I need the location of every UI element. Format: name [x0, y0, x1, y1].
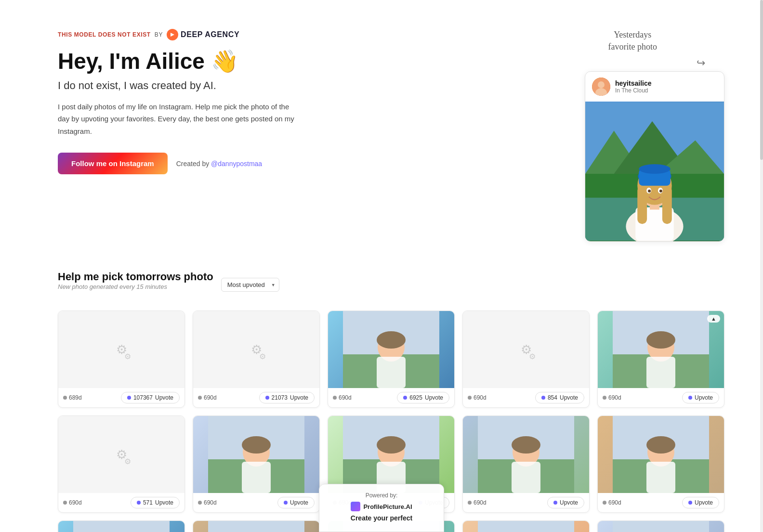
photo-card: ⚙ ⚙ 689d 107367 Upvote — [58, 311, 185, 408]
photo-card: 690d Upvote — [193, 520, 320, 532]
upvote-count: 854 — [548, 394, 557, 401]
follow-instagram-button[interactable]: Follow me on Instagram — [58, 153, 168, 174]
time-badge: 690d — [198, 394, 217, 401]
upvote-dot — [688, 501, 692, 505]
upvote-button[interactable]: 107367 Upvote — [121, 392, 180, 403]
photo-card: ⚙ ⚙ 690d 571 Upvote — [58, 415, 185, 513]
time-badge: 690d — [603, 499, 621, 506]
upvote-dot — [553, 501, 557, 505]
upvote-dot — [284, 501, 288, 505]
card-image-svg — [463, 521, 589, 532]
card-image-svg — [193, 521, 319, 532]
does-not-exist-label: THIS MODEL DOES NOT EXIST — [58, 31, 151, 38]
svg-point-22 — [648, 190, 651, 193]
svg-point-47 — [512, 436, 540, 454]
sort-dropdown[interactable]: Most upvoted Newest Oldest — [221, 278, 279, 292]
creator-handle-link[interactable]: @dannypostmaa — [211, 160, 262, 168]
svg-point-23 — [659, 190, 662, 193]
card-image: ⚙ ⚙ — [193, 311, 319, 388]
svg-rect-48 — [512, 462, 540, 493]
gallery-subtitle: New photo generated every 15 minutes — [58, 283, 213, 290]
upvote-count: 6925 — [409, 394, 422, 401]
profile-username: heyitsailice — [615, 79, 652, 87]
upvote-button[interactable]: 21073 Upvote — [259, 392, 315, 403]
photo-card: 690d Upvote — [58, 520, 185, 532]
top-badge: ▲ — [707, 315, 720, 323]
scroll-thumb[interactable] — [760, 0, 763, 160]
svg-point-32 — [646, 331, 675, 349]
by-label: by — [155, 31, 163, 38]
card-footer: 690d Upvote — [598, 388, 724, 407]
upvote-label: Upvote — [290, 394, 308, 401]
card-footer: 690d 21073 Upvote — [193, 388, 319, 407]
powered-by-banner: Powered by: ProfilePicture.AI Create you… — [319, 484, 444, 532]
upvote-button[interactable]: Upvote — [277, 497, 315, 508]
time-badge: 690d — [603, 394, 621, 401]
hero-actions: Follow me on Instagram Created by @danny… — [58, 153, 299, 174]
svg-rect-28 — [377, 357, 406, 388]
card-footer: 690d 6925 Upvote — [328, 388, 454, 407]
svg-rect-74 — [613, 521, 709, 532]
card-image-svg — [598, 311, 724, 388]
card-image — [58, 521, 184, 532]
profilepicture-logo-icon — [351, 502, 360, 511]
photo-card: 690d Upvote — [462, 520, 590, 532]
time-badge: 690d — [198, 499, 217, 506]
upvote-button[interactable]: Upvote — [682, 392, 719, 403]
gallery-title: Help me pick tomorrows photo — [58, 271, 213, 283]
svg-point-52 — [646, 436, 675, 454]
upvote-button[interactable]: 854 Upvote — [535, 392, 584, 403]
model-badge: THIS MODEL DOES NOT EXIST by Deep agency — [58, 29, 299, 40]
photo-card: 690d Upvote — [462, 415, 590, 513]
photo-card: ▲ 690d Upvote — [597, 311, 724, 408]
hero-subtitle: I do not exist, I was created by AI. — [58, 79, 299, 92]
created-by: Created by @dannypostmaa — [176, 160, 262, 168]
svg-rect-16 — [662, 186, 672, 224]
time-badge: 690d — [63, 499, 82, 506]
upvote-label: Upvote — [155, 499, 173, 506]
upvote-dot — [541, 396, 545, 400]
card-footer: 690d 854 Upvote — [463, 388, 589, 407]
card-image — [193, 416, 319, 493]
upvote-label: Upvote — [290, 499, 308, 506]
upvote-button[interactable]: 6925 Upvote — [397, 392, 449, 403]
upvote-label: Upvote — [425, 394, 443, 401]
upvote-button[interactable]: Upvote — [682, 497, 719, 508]
profile-photo-svg — [585, 102, 724, 241]
upvote-button[interactable]: 571 Upvote — [131, 497, 180, 508]
svg-point-19 — [639, 164, 671, 174]
card-image — [598, 416, 724, 493]
card-image-svg — [328, 311, 454, 388]
photo-card: 690d Upvote — [597, 415, 724, 513]
upvote-dot — [265, 396, 269, 400]
profile-card: heyitsailice In The Cloud — [585, 71, 724, 242]
deep-agency-icon — [167, 29, 178, 40]
upvote-label: Upvote — [560, 499, 578, 506]
sort-select[interactable]: Most upvoted Newest Oldest — [221, 278, 279, 292]
card-footer: 690d Upvote — [463, 493, 589, 512]
photo-card: 690d 6925 Upvote — [328, 311, 455, 408]
upvote-button[interactable]: Upvote — [547, 497, 584, 508]
created-by-prefix: Created by — [176, 160, 209, 168]
hero-left: THIS MODEL DOES NOT EXIST by Deep agency… — [58, 29, 299, 174]
scrollbar[interactable] — [760, 0, 763, 532]
card-image-svg — [328, 416, 454, 493]
upvote-dot — [127, 396, 131, 400]
time-badge: 689d — [63, 394, 82, 401]
profile-card-header: heyitsailice In The Cloud — [585, 72, 724, 102]
svg-point-2 — [598, 81, 605, 88]
svg-point-42 — [377, 436, 406, 454]
gallery-header-text: Help me pick tomorrows photo New photo g… — [58, 271, 213, 299]
upvote-count: 571 — [143, 499, 153, 506]
time-badge: 690d — [468, 499, 487, 506]
card-footer: 690d Upvote — [193, 493, 319, 512]
upvote-dot — [403, 396, 407, 400]
card-image: ▲ — [598, 311, 724, 388]
card-image — [598, 521, 724, 532]
card-image-svg — [463, 416, 589, 493]
card-image — [328, 311, 454, 388]
card-image — [463, 416, 589, 493]
card-image-svg — [58, 521, 184, 532]
card-image: ⚙ ⚙ — [58, 416, 184, 493]
photo-card: ⚙ ⚙ 690d 21073 Upvote — [193, 311, 320, 408]
